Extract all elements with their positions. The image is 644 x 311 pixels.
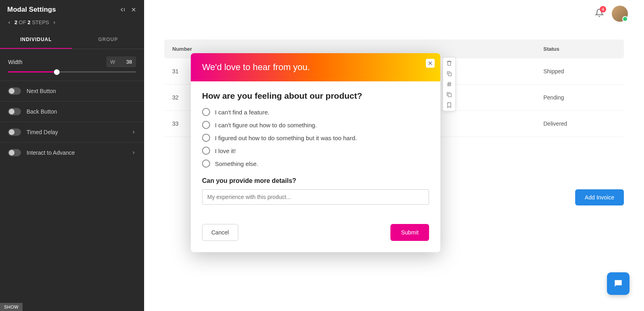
radio-label: I love it! (215, 147, 236, 154)
notification-count-badge: 4 (600, 6, 606, 12)
radio-option[interactable]: I figured out how to do something but it… (202, 134, 429, 142)
toggle-interact-advance[interactable] (8, 149, 21, 156)
tab-group[interactable]: GROUP (72, 31, 144, 49)
toggle-next-button[interactable] (8, 87, 21, 95)
question-2: Can you provide more details? (202, 177, 429, 185)
details-input[interactable] (202, 189, 429, 205)
close-icon[interactable] (426, 59, 435, 68)
radio-label: Something else. (215, 160, 258, 167)
option-label: Back Button (27, 108, 57, 115)
slider-fill (8, 71, 57, 73)
duplicate-icon[interactable] (446, 91, 452, 98)
collapse-icon[interactable] (119, 6, 126, 13)
sidebar-title: Modal Settings (7, 6, 56, 14)
survey-modal: We'd love to hear from you. How are you … (191, 53, 440, 252)
col-number: Number (172, 46, 245, 52)
width-input[interactable]: W (106, 56, 136, 67)
chat-icon (613, 278, 623, 289)
radio-icon (202, 108, 210, 116)
cell-status: Delivered (543, 120, 616, 127)
submit-button[interactable]: Submit (390, 224, 429, 241)
toggle-timed-delay[interactable] (8, 129, 21, 136)
radio-option[interactable]: I can't find a feature. (202, 108, 429, 116)
cell-status: Pending (543, 94, 616, 101)
radio-label: I figured out how to do something but it… (215, 135, 357, 141)
copy-icon[interactable] (446, 70, 452, 77)
chevron-right-icon (131, 130, 136, 135)
question-1: How are you feeling about our product? (202, 91, 429, 101)
radio-label: I can't figure out how to do something. (215, 122, 317, 129)
step-indicator: 2 OF 2 STEPS (0, 17, 144, 31)
modal-banner-text: We'd love to hear from you. (202, 62, 310, 72)
option-label: Interact to Advance (27, 149, 75, 156)
slider-thumb[interactable] (54, 69, 60, 75)
option-label: Next Button (27, 88, 56, 94)
option-next-button: Next Button (0, 81, 144, 101)
width-unit: W (110, 59, 115, 65)
svg-rect-0 (448, 73, 451, 76)
topbar: 4 (144, 0, 644, 27)
col-status: Status (543, 46, 616, 52)
radio-label: I can't find a feature. (215, 109, 269, 116)
option-interact-advance[interactable]: Interact to Advance (0, 142, 144, 163)
radio-icon (202, 147, 210, 155)
radio-option[interactable]: I love it! (202, 147, 429, 155)
chat-button[interactable] (607, 272, 630, 295)
hash-icon[interactable] (446, 81, 452, 87)
option-label: Timed Delay (27, 129, 58, 135)
bookmark-icon[interactable] (446, 102, 452, 108)
svg-rect-1 (448, 93, 451, 97)
modal-toolbar (443, 57, 456, 111)
option-timed-delay[interactable]: Timed Delay (0, 122, 144, 142)
notifications-button[interactable]: 4 (595, 8, 604, 19)
close-icon[interactable] (130, 6, 137, 13)
chevron-right-icon[interactable] (52, 21, 56, 25)
tab-individual[interactable]: INDIVIDUAL (0, 31, 72, 49)
radio-option[interactable]: Something else. (202, 160, 429, 168)
option-back-button: Back Button (0, 101, 144, 122)
settings-sidebar: Modal Settings 2 OF 2 STEPS INDIVIDUAL G… (0, 0, 144, 311)
radio-option[interactable]: I can't figure out how to do something. (202, 121, 429, 129)
cell-status: Shipped (543, 68, 616, 75)
chevron-left-icon[interactable] (7, 21, 11, 25)
toggle-back-button[interactable] (8, 108, 21, 115)
radio-icon (202, 121, 210, 129)
chevron-right-icon (131, 150, 136, 155)
trash-icon[interactable] (446, 60, 452, 66)
width-label: Width (8, 59, 23, 65)
cancel-button[interactable]: Cancel (202, 224, 238, 241)
width-slider[interactable] (8, 71, 136, 73)
add-invoice-button[interactable]: Add Invoice (575, 189, 624, 205)
modal-banner: We'd love to hear from you. (191, 53, 440, 81)
width-value-input[interactable] (119, 59, 132, 65)
show-tag[interactable]: SHOW (0, 303, 23, 311)
radio-icon (202, 134, 210, 142)
avatar[interactable] (612, 6, 628, 22)
radio-icon (202, 160, 210, 168)
